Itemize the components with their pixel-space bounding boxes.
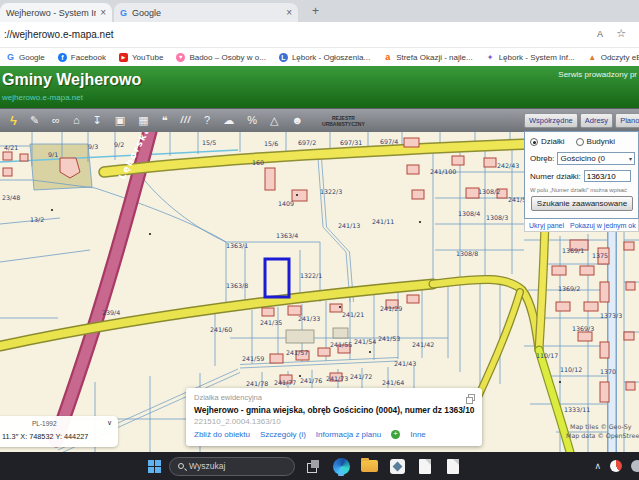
popout-icon[interactable] <box>468 394 475 401</box>
tray-partial-icon[interactable] <box>631 460 639 472</box>
tab-close-icon[interactable]: × <box>286 7 292 18</box>
panel-tab-plan[interactable]: Planow <box>615 113 639 128</box>
photos-icon <box>390 459 405 474</box>
tab-close-icon[interactable]: × <box>100 7 106 18</box>
percent-icon[interactable]: % <box>247 115 257 126</box>
tab-wejherowo[interactable]: Wejherowo - System Informacji P × <box>0 3 112 22</box>
search-panel: Działki Budynki Obręb: Gościcino (0 ▾ Nu… <box>524 131 639 219</box>
pin-icon[interactable]: ↧ <box>93 115 102 126</box>
bookmarks-bar: GGoogle fFacebook ▶YouTube ♥Badoo – Osob… <box>0 48 639 66</box>
chat-icon[interactable]: ❝ <box>162 115 168 126</box>
parcel-ident: 221510_2.0004.1363/10 <box>194 417 474 426</box>
document-icon <box>447 459 459 474</box>
folder-icon <box>361 460 378 472</box>
tray-expand-icon[interactable]: ∧ <box>594 461 601 471</box>
svg-text:697/31: 697/31 <box>340 139 362 146</box>
site-subtitle[interactable]: wejherowo.e-mapa.net <box>2 93 83 102</box>
edge-button[interactable] <box>331 456 351 476</box>
rejestr-urbanistyczny-button[interactable]: REJESTR URBANISTYCZNY <box>322 115 365 127</box>
lebork-favicon: L <box>279 53 288 62</box>
document-icon <box>419 459 431 474</box>
parcel-title: Wejherowo - gmina wiejska, obręb Gościci… <box>194 405 474 415</box>
chevron-down-icon[interactable]: ∨ <box>107 419 112 427</box>
bookmark-youtube[interactable]: ▶YouTube <box>119 53 163 62</box>
pyramid-icon[interactable]: △ <box>270 115 278 126</box>
badoo-favicon: ♥ <box>176 53 185 62</box>
bookmark-lebork-ogloszenia[interactable]: LLębork - Ogłoszenia... <box>279 53 370 62</box>
obreb-label: Obręb: <box>530 154 554 163</box>
screen: Wejherowo - System Informacji P × G Goog… <box>0 0 639 480</box>
strefa-favicon: a <box>383 53 392 62</box>
coordinates-box: PL-1992 ∨ 11.3″ X: 748532 Y: 444227 <box>0 416 118 447</box>
taskbar-search[interactable]: Wyszukaj <box>169 457 295 476</box>
details-link[interactable]: Szczegóły (i) <box>260 430 306 439</box>
svg-text:241/11: 241/11 <box>372 218 394 225</box>
svg-text:1308/2: 1308/2 <box>478 188 500 195</box>
flame-icon[interactable]: ϟ <box>10 114 17 127</box>
svg-text:1363/1: 1363/1 <box>226 242 248 249</box>
svg-text:1308/8: 1308/8 <box>456 250 478 257</box>
cloud-icon[interactable]: ☁ <box>223 115 234 126</box>
pencil-icon[interactable]: ✎ <box>30 115 39 126</box>
search-icon <box>178 463 184 469</box>
tab-google[interactable]: G Google × <box>114 3 298 22</box>
address-bar[interactable]: ://wejherowo.e-mapa.net <box>4 29 114 40</box>
panel-footer-links: Ukryj panel Pokazuj w jednym ok <box>524 219 639 232</box>
transport-icon[interactable]: ⌂ <box>73 115 80 126</box>
popup-header: Działka ewidencyjna <box>194 393 474 402</box>
zoom-to-object-link[interactable]: Zbliż do obiektu <box>194 430 250 439</box>
svg-text:1369/1: 1369/1 <box>562 247 584 254</box>
svg-text:1373/3: 1373/3 <box>600 312 622 319</box>
svg-text:241/54: 241/54 <box>354 338 376 345</box>
obreb-select[interactable]: Gościcino (0 ▾ <box>557 152 635 165</box>
document-button-1[interactable] <box>415 456 435 476</box>
frames-icon[interactable]: ▣ <box>115 115 125 126</box>
file-explorer-button[interactable] <box>359 456 379 476</box>
svg-text:241/43: 241/43 <box>394 360 416 367</box>
svg-text:242/43: 242/43 <box>497 162 519 169</box>
single-window-link[interactable]: Pokazuj w jednym ok <box>570 222 636 229</box>
bookmark-star-icon[interactable]: ☆ <box>616 27 626 40</box>
taskbar-center: Wyszukaj <box>148 452 463 480</box>
read-aloud-icon[interactable]: A <box>597 29 603 39</box>
svg-text:241/100: 241/100 <box>430 168 456 175</box>
bookmark-facebook[interactable]: fFacebook <box>58 53 106 62</box>
tab-title: Google <box>132 8 282 18</box>
task-view-button[interactable] <box>303 456 323 476</box>
tray-app-icon[interactable] <box>610 460 622 472</box>
svg-text:9/3: 9/3 <box>88 143 98 150</box>
plus-icon[interactable]: + <box>391 430 400 439</box>
svg-text:241/72: 241/72 <box>350 373 372 380</box>
svg-text:1370: 1370 <box>600 368 616 375</box>
photos-button[interactable] <box>387 456 407 476</box>
hatch-icon[interactable]: /// <box>181 116 192 125</box>
hide-panel-link[interactable]: Ukryj panel <box>529 222 564 229</box>
document-button-2[interactable] <box>443 456 463 476</box>
user-icon[interactable]: ☻ <box>291 115 303 126</box>
bookmark-google[interactable]: GGoogle <box>6 53 45 62</box>
chain-icon[interactable]: ∞ <box>52 115 60 126</box>
svg-text:241/78: 241/78 <box>246 380 268 387</box>
advanced-search-button[interactable]: Szukanie zaawansowane <box>531 196 633 211</box>
radio-budynki[interactable] <box>576 138 584 146</box>
plan-info-link[interactable]: Informacja z planu <box>316 430 381 439</box>
bookmark-badoo[interactable]: ♥Badoo – Osoby w o... <box>176 53 266 62</box>
facebook-favicon: f <box>58 53 67 62</box>
panel-tab-wspolrzedne[interactable]: Współrzędne <box>524 113 578 128</box>
start-button[interactable] <box>148 460 161 473</box>
svg-text:160: 160 <box>252 159 264 166</box>
svg-text:13/2: 13/2 <box>30 216 44 223</box>
layers-icon[interactable]: ▦ <box>138 115 148 126</box>
svg-text:241/76: 241/76 <box>300 377 322 384</box>
bookmark-strefa-okazji[interactable]: aStrefa Okazji - najle... <box>383 53 472 62</box>
svg-text:1322/1: 1322/1 <box>300 272 322 279</box>
bookmark-lebork-system[interactable]: ✦Lębork - System Inf... <box>486 53 575 62</box>
panel-tab-adresy[interactable]: Adresy <box>580 113 613 128</box>
help-icon[interactable]: ? <box>204 115 210 126</box>
radio-dzialki[interactable] <box>530 138 538 146</box>
map-attribution-2: Map data © OpenStreetM <box>566 432 639 440</box>
bookmark-ebok[interactable]: ▲Odczyty eBOK PGNi... <box>588 53 639 62</box>
numer-dzialki-input[interactable] <box>584 170 631 182</box>
new-tab-button[interactable]: + <box>308 4 323 19</box>
more-link[interactable]: Inne <box>410 430 426 439</box>
